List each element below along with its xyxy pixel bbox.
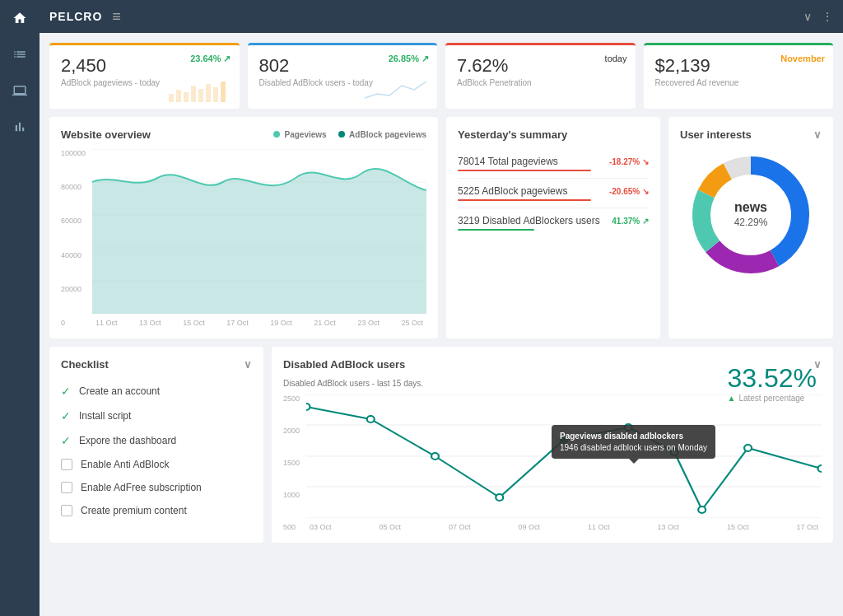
tooltip-title: Pageviews disabled adblockers — [560, 432, 707, 441]
stat-label-revenue: Recovered Ad revenue — [655, 78, 822, 87]
svg-point-29 — [496, 494, 503, 501]
svg-point-33 — [698, 506, 706, 513]
check-icon-0: ✓ — [61, 385, 71, 398]
adblock-chart-container: 03 Oct 05 Oct 07 Oct 09 Oct 11 Oct 13 Oc… — [306, 394, 822, 531]
checklist-item-2: ✓ Expore the dashboard — [61, 428, 252, 453]
main-content: PELCRO ≡ ∨ ⋮ 2,450 AdBlock pageviews - t… — [40, 0, 843, 616]
website-overview-card: Website overview Pageviews AdBlock pagev… — [49, 117, 438, 338]
legend-pageviews: Pageviews — [273, 130, 327, 139]
svg-rect-4 — [198, 89, 203, 102]
user-interests-title: User interests ∨ — [680, 128, 822, 141]
stat-card-adblock-pageviews: 2,450 AdBlock pageviews - today 23.64% ↗ — [49, 43, 240, 109]
stat-card-disabled-users: 802 Disabled AdBlock users - today 26.85… — [248, 43, 438, 109]
summary-row-2: 3219 Disabled AdBlockers users 41.37% ↗ — [458, 208, 649, 237]
stat-badge-penetration: today — [605, 54, 627, 63]
svg-rect-2 — [184, 92, 189, 102]
topbar-logo: PELCRO — [49, 10, 102, 23]
summary-row-0: 78014 Total pageviews -18.27% ↘ — [458, 149, 649, 179]
sidebar-item-list[interactable] — [0, 36, 40, 72]
topbar-menu-icon[interactable]: ≡ — [112, 8, 121, 26]
stat-label-penetration: AdBlock Penetration — [457, 78, 624, 87]
checklist-label-2: Expore the dashboard — [79, 435, 176, 446]
svg-point-28 — [431, 453, 439, 460]
stat-value-penetration: 7.62% — [457, 55, 624, 77]
stat-card-revenue: $2,139 Recovered Ad revenue November — [644, 43, 834, 109]
checklist-item-4[interactable]: Enable AdFree subscription — [61, 476, 252, 499]
stat-badge-adblock: 23.64% ↗ — [190, 54, 231, 64]
checklist-item-1: ✓ Install script — [61, 404, 252, 428]
summary-change-0: -18.27% ↘ — [609, 157, 649, 166]
summary-bar-0 — [458, 170, 591, 171]
svg-text:news: news — [734, 200, 767, 214]
svg-rect-1 — [176, 90, 181, 102]
summary-metric-1: 5225 AdBlock pageviews — [458, 185, 567, 197]
checklist-collapse-icon[interactable]: ∨ — [244, 358, 252, 371]
adblock-stats: 33.52% ▲ Latest percentage — [727, 363, 817, 403]
user-interests-card: User interests ∨ — [668, 117, 833, 338]
svg-point-35 — [818, 465, 822, 472]
sidebar-item-laptop[interactable] — [0, 72, 40, 109]
svg-rect-7 — [221, 82, 226, 102]
topbar-dropdown[interactable]: ∨ — [803, 10, 812, 23]
adblock-pct-label: ▲ Latest percentage — [727, 394, 817, 403]
summary-title: Yesterday's summary — [458, 128, 649, 141]
checklist-item-5[interactable]: Create premium content — [61, 499, 252, 522]
svg-rect-5 — [206, 84, 211, 102]
svg-text:42.29%: 42.29% — [734, 217, 768, 228]
svg-rect-6 — [213, 87, 218, 102]
checklist-label-1: Install script — [79, 410, 131, 422]
stat-badge-disabled: 26.85% ↗ — [389, 54, 429, 64]
topbar-right[interactable]: ∨ ⋮ — [803, 10, 833, 23]
tooltip: Pageviews disabled adblockers 1946 disab… — [552, 425, 715, 459]
area-chart — [92, 149, 426, 314]
check-icon-2: ✓ — [61, 434, 71, 447]
checkbox-5[interactable] — [61, 505, 72, 516]
summary-change-2: 41.37% ↗ — [612, 217, 649, 226]
website-overview-title: Website overview Pageviews AdBlock pagev… — [61, 128, 426, 141]
topbar: PELCRO ≡ ∨ ⋮ — [40, 0, 843, 33]
summary-change-1: -20.65% ↘ — [609, 187, 649, 196]
collapse-icon[interactable]: ∨ — [813, 128, 822, 141]
checkbox-3[interactable] — [61, 459, 72, 470]
svg-rect-0 — [169, 94, 174, 102]
adblock-y-labels: 2500 2000 1500 1000 500 — [283, 394, 303, 531]
summary-metric-0: 78014 Total pageviews — [458, 156, 558, 167]
legend-adblock: AdBlock pageviews — [338, 130, 426, 139]
svg-rect-3 — [191, 86, 196, 102]
check-icon-1: ✓ — [61, 409, 71, 422]
checklist-item-0: ✓ Create an account — [61, 379, 252, 404]
checklist-card: Checklist ∨ ✓ Create an account ✓ Instal… — [49, 347, 263, 543]
svg-point-26 — [306, 404, 310, 410]
topbar-left: PELCRO ≡ — [49, 8, 121, 26]
sidebar-item-home[interactable] — [0, 0, 40, 36]
topbar-more[interactable]: ⋮ — [822, 10, 833, 23]
donut-chart: news 42.29% — [685, 149, 817, 281]
sidebar-item-chart[interactable] — [0, 109, 40, 145]
checklist-item-3[interactable]: Enable Anti AdBlock — [61, 453, 252, 476]
adblock-x-labels: 03 Oct 05 Oct 07 Oct 09 Oct 11 Oct 13 Oc… — [306, 523, 822, 531]
checklist-label-4: Enable AdFree subscription — [81, 482, 202, 493]
summary-metric-2: 3219 Disabled AdBlockers users — [458, 215, 600, 226]
y-axis-labels: 100000 80000 60000 40000 20000 0 — [61, 149, 89, 327]
stat-card-penetration: 7.62% AdBlock Penetration today — [445, 43, 636, 109]
tooltip-body: 1946 disabled adblock users on Monday — [560, 443, 707, 452]
checklist-label-0: Create an account — [79, 385, 160, 397]
chart-svg-container: 11 Oct 13 Oct 15 Oct 17 Oct 19 Oct 21 Oc… — [92, 149, 426, 327]
yesterdays-summary-card: Yesterday's summary 78014 Total pageview… — [446, 117, 660, 338]
adblock-percentage: 33.52% — [727, 363, 817, 394]
summary-row-1: 5225 AdBlock pageviews -20.65% ↘ — [458, 179, 649, 208]
middle-row: Website overview Pageviews AdBlock pagev… — [49, 117, 833, 338]
svg-point-34 — [744, 445, 752, 451]
x-axis-labels: 11 Oct 13 Oct 15 Oct 17 Oct 19 Oct 21 Oc… — [92, 319, 426, 327]
bottom-row: Checklist ∨ ✓ Create an account ✓ Instal… — [49, 347, 833, 543]
summary-bar-2 — [458, 229, 534, 231]
summary-bar-1 — [458, 199, 591, 201]
donut-chart-container: news 42.29% — [680, 149, 822, 281]
legend-dot-pageviews — [273, 131, 280, 138]
checkbox-4[interactable] — [61, 482, 72, 493]
chart-legend: Pageviews AdBlock pageviews — [273, 130, 426, 139]
stat-badge-revenue: November — [780, 54, 825, 63]
stat-cards-row: 2,450 AdBlock pageviews - today 23.64% ↗… — [49, 43, 833, 109]
checklist-title: Checklist ∨ — [61, 358, 252, 371]
svg-point-27 — [367, 416, 375, 422]
